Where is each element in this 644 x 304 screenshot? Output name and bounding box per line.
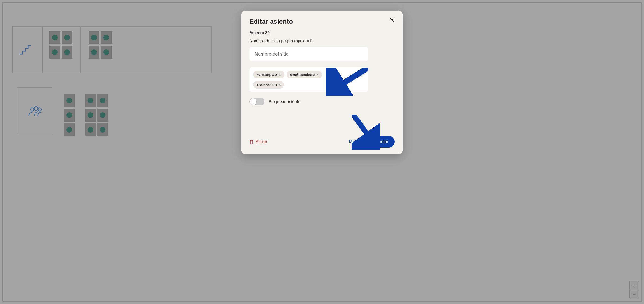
- tag-remove-icon[interactable]: ×: [279, 73, 281, 76]
- tag-chip[interactable]: Teamzone B ×: [253, 81, 284, 88]
- lock-seat-label: Bloquear asiento: [269, 100, 300, 104]
- delete-label: Borrar: [256, 139, 267, 144]
- modal-title: Editar asiento: [250, 18, 394, 25]
- tag-chip[interactable]: Fensterplatz ×: [253, 71, 284, 78]
- tag-remove-icon[interactable]: ×: [279, 83, 281, 87]
- tag-remove-icon[interactable]: ×: [316, 73, 318, 76]
- edit-seat-modal: Editar asiento Asiento 30 Nombre del sit…: [242, 11, 402, 154]
- close-button[interactable]: [388, 16, 396, 24]
- trash-icon: [250, 140, 254, 144]
- lock-seat-toggle[interactable]: [250, 98, 264, 106]
- site-name-label: Nombre del sitio propio (opcional): [250, 38, 394, 44]
- annotation-arrow-icon: [352, 115, 380, 150]
- delete-button[interactable]: Borrar: [250, 139, 267, 144]
- site-name-input[interactable]: [250, 47, 368, 61]
- tag-label: Großraumbüro: [290, 72, 315, 76]
- seat-id-label: Asiento 30: [250, 30, 394, 35]
- annotation-arrow-icon: [326, 68, 368, 96]
- toggle-knob: [250, 98, 256, 105]
- tag-label: Teamzone B: [256, 83, 277, 87]
- tag-label: Fensterplatz: [256, 72, 277, 76]
- tag-chip[interactable]: Großraumbüro ×: [287, 71, 322, 78]
